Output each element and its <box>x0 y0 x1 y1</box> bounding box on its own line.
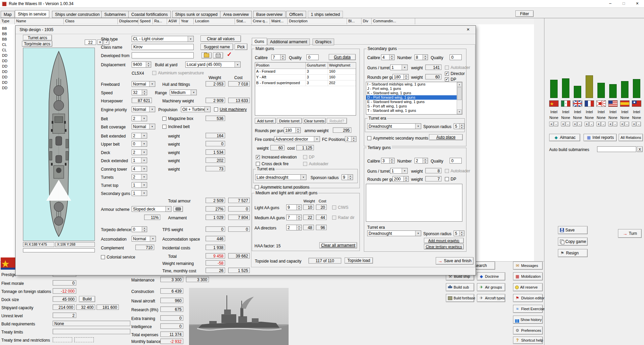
main-autoloader-checkbox[interactable]: Autoloader <box>303 162 328 166</box>
spin-down-icon[interactable] <box>423 57 428 60</box>
deck-select[interactable]: 2 <box>132 149 147 155</box>
turret-row[interactable]: Y - Aft3160 <box>255 75 356 80</box>
spin-up-icon[interactable] <box>280 55 285 57</box>
ter-autoloader-checkbox[interactable]: Autoloader <box>445 169 470 173</box>
secondary-positions-list[interactable]: I - Starboard midships wing, 1 guns J - … <box>366 82 462 115</box>
tab-guns[interactable]: Guns <box>252 38 267 45</box>
belt-coverage-select[interactable]: Normal <box>132 124 155 129</box>
turret-row[interactable]: B - Forward superimposed3202 <box>255 80 356 86</box>
light-aa-spinner[interactable]: 9 <box>286 204 302 210</box>
class-name-input[interactable]: Kirov <box>132 44 194 50</box>
medium-aa-spinner[interactable]: 7 <box>286 215 302 220</box>
mobilization-button[interactable]: ▦ Mobilization <box>513 272 543 280</box>
secondary-position-item[interactable]: S - Port aft wing, 1 guns <box>366 104 462 108</box>
spin-up-icon[interactable] <box>296 128 300 130</box>
belt-extended-select[interactable]: 2 <box>132 133 147 139</box>
preferences-button[interactable]: ⚙ Preferences <box>513 326 543 335</box>
ter-sponson-spinner[interactable]: 5 <box>454 230 464 236</box>
ter-turret-era-select[interactable]: Dreadnought <box>367 230 421 236</box>
armour-scheme-select[interactable]: Sloped deck <box>132 206 171 212</box>
fleet-exercise-button[interactable]: ≈ Fleet Exercise <box>513 305 543 313</box>
flag-spain-icon[interactable] <box>620 100 629 107</box>
tab-map[interactable]: Map <box>1 11 15 18</box>
save-game-button[interactable]: Save <box>558 226 588 234</box>
all-relations-button[interactable]: All Relations <box>619 134 643 141</box>
division-editor-button[interactable]: ⚑ Division editor <box>513 294 543 302</box>
intel-decrease-button[interactable]: - <box>589 122 594 126</box>
secondary-position-item[interactable]: E - Starboard forward wing, 1 guns <box>366 100 462 104</box>
upper-belt-select[interactable]: 0 <box>132 141 147 147</box>
pick-button[interactable]: Pick <box>235 44 247 50</box>
spin-down-icon[interactable] <box>390 161 394 163</box>
close-button[interactable]: × <box>630 0 644 7</box>
freeboard-select[interactable]: Normal <box>132 81 155 87</box>
list-row-type[interactable]: BB <box>2 37 7 41</box>
cross-deck-fire-checkbox[interactable]: Cross deck fire <box>256 162 289 166</box>
list-row-type[interactable]: DD <box>2 53 7 57</box>
tab-ships-in-service[interactable]: Ships in service <box>15 10 49 18</box>
scroll-thumb[interactable] <box>457 87 462 100</box>
list-row-type[interactable]: DD <box>2 70 7 74</box>
belt-select[interactable]: 2 <box>132 116 147 121</box>
intel-increase-button[interactable]: + <box>585 122 589 126</box>
clear-tertiary-graphics-button[interactable]: Clear tertiary graphics <box>424 244 464 249</box>
flag-soviet-icon[interactable] <box>549 100 559 107</box>
list-scrollbar[interactable] <box>457 82 462 114</box>
tab-additional-armament[interactable]: Additional armament <box>267 39 310 45</box>
spin-down-icon[interactable] <box>404 179 408 181</box>
deck-extended-select[interactable]: 1 <box>132 157 147 163</box>
add-mount-graphic-button[interactable]: Add mount graphic <box>424 238 464 243</box>
sec-calibre-spinner[interactable]: 4 <box>381 54 395 60</box>
all-reserve-button[interactable]: All reserve <box>513 283 543 291</box>
spin-down-icon[interactable] <box>297 228 301 230</box>
propulsion-select[interactable]: Oil + Turbine <box>181 106 211 112</box>
torp-msle-arcs-button[interactable]: Torp/msle arcs <box>22 41 52 47</box>
column-header-crew[interactable]: Crew q... <box>251 18 270 24</box>
list-row-type[interactable]: BB <box>2 26 7 30</box>
list-row-type[interactable]: DD <box>2 86 7 90</box>
build-sub-button[interactable]: Build sub <box>446 283 474 291</box>
spin-down-icon[interactable] <box>423 161 428 163</box>
spin-down-icon[interactable] <box>297 207 301 210</box>
unit-machinery-checkbox[interactable]: Unit machinery <box>214 107 247 112</box>
flag-usa-icon[interactable] <box>608 100 618 107</box>
intel-decrease-button[interactable]: - <box>625 122 629 126</box>
tab-graphics[interactable]: Graphics <box>313 39 334 45</box>
flag-japan-icon[interactable] <box>596 100 606 107</box>
sec-director-checkbox[interactable]: Director <box>445 71 465 76</box>
intel-increase-button[interactable]: + <box>561 122 565 126</box>
intel-increase-button[interactable]: + <box>573 122 577 126</box>
list-row-type[interactable]: DD <box>2 75 7 79</box>
secondary-position-item[interactable]: K - Starboard wing, 1 guns <box>366 91 462 95</box>
turret-arcs-button[interactable]: Turret arcs <box>23 35 52 41</box>
resign-button[interactable]: ⚑ Resign <box>558 249 588 257</box>
intel-increase-button[interactable]: + <box>608 122 613 126</box>
list-row-type[interactable]: CL <box>2 48 7 52</box>
flag-france-icon[interactable] <box>585 100 594 107</box>
spin-down-icon[interactable] <box>348 177 353 180</box>
column-header-class[interactable]: Class <box>64 18 118 24</box>
fc-positions-spinner[interactable]: 2 <box>345 136 356 142</box>
column-header-maint[interactable]: Maint... <box>270 18 288 24</box>
tab-coastal-fortifications[interactable]: Coastal fortifications <box>128 11 171 18</box>
secondary-position-item-selected[interactable]: D - Port forward wing, 1 guns <box>366 95 462 100</box>
speed-spinner[interactable]: 32 <box>132 90 147 95</box>
spin-down-icon[interactable] <box>459 233 464 236</box>
magazine-box-checkbox[interactable]: Magazine box <box>162 116 193 121</box>
column-header-description[interactable]: Description <box>288 18 347 24</box>
displacement-spinner[interactable]: 9400 <box>132 61 151 68</box>
ciws-checkbox[interactable]: CIWS <box>332 205 348 210</box>
list-row-type[interactable]: DD <box>2 80 7 84</box>
main-dp-checkbox[interactable]: DP <box>303 155 315 159</box>
clear-turrets-button[interactable]: Clear turrets <box>303 118 326 124</box>
build-dock-button[interactable]: Build <box>79 296 95 302</box>
conning-tower-select[interactable]: 4 <box>132 166 147 172</box>
turn-button[interactable]: → Turn <box>618 229 642 238</box>
save-and-finish-button[interactable]: → Save and finish <box>436 257 474 265</box>
list-row-type[interactable]: BB <box>2 32 7 36</box>
intel-decrease-button[interactable]: - <box>578 122 582 126</box>
rebuild-button[interactable]: Rebuild? <box>327 118 347 124</box>
ter-number-spinner[interactable]: 2 <box>414 158 428 164</box>
tab-submarines[interactable]: Submarines <box>101 11 129 18</box>
column-header-location[interactable]: Location <box>194 18 235 24</box>
